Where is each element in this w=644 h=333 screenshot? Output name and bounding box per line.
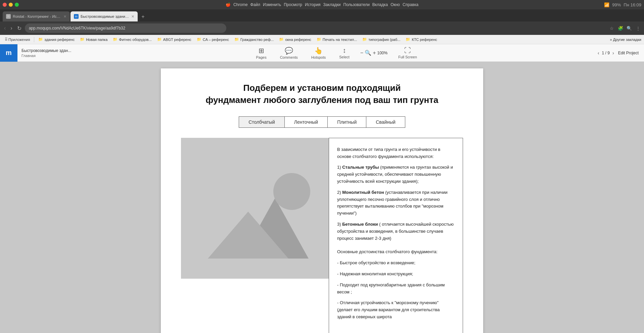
tab-plitnyi[interactable]: Плитный xyxy=(328,117,366,127)
tab-svainyi-label: Свайный xyxy=(376,119,396,125)
toolbar-comments[interactable]: 💬 Comments xyxy=(277,45,301,61)
maximize-button[interactable] xyxy=(15,3,19,7)
bm-label-10: КТС референс xyxy=(412,38,437,42)
project-name: Быстровозводимые здан... xyxy=(21,48,71,53)
zoom-in-button[interactable]: + xyxy=(373,50,376,56)
titlebar-menu: Справка xyxy=(403,2,418,7)
bm-folder-icon-1: 📁 xyxy=(38,37,43,42)
tab-stolbchatyi[interactable]: Столбчатый xyxy=(239,117,285,127)
reload-button[interactable]: ↻ xyxy=(16,24,23,33)
bm-folder-icon-6: 📁 xyxy=(234,37,239,42)
titlebar: 🍎 Chrome Файл Изменить Просмотр История … xyxy=(0,0,644,9)
time-label: Пн 16:09 xyxy=(624,2,641,7)
bm-item-9[interactable]: 📁 типография (раб... xyxy=(360,37,402,42)
bm-item-5[interactable]: 📁 CA – референс xyxy=(195,37,231,42)
toolbar-fullscreen[interactable]: ⛶ Full Screen xyxy=(396,45,420,60)
heading-line2: фундмамент любого заглубления под ваш ти… xyxy=(205,95,438,105)
edit-project-button[interactable]: Edit Project xyxy=(618,51,639,55)
bm-folder-icon-10: 📁 xyxy=(406,37,410,42)
titlebar-menu: История xyxy=(305,2,321,7)
close-button[interactable] xyxy=(3,3,7,7)
address-input[interactable] xyxy=(25,23,226,33)
comments-label: Comments xyxy=(280,55,298,59)
forward-button[interactable]: › xyxy=(9,24,13,33)
menu-icon[interactable]: ⋮ xyxy=(635,26,641,31)
text-para1: В зависимости от типа грунта и его устой… xyxy=(337,146,455,160)
hotspots-label: Hotspots xyxy=(311,55,326,59)
svg-point-2 xyxy=(273,173,310,210)
pages-icon: ⊞ xyxy=(259,47,264,55)
next-page-button[interactable]: › xyxy=(612,50,614,56)
bm-item-6[interactable]: 📁 Гражданство реф... xyxy=(232,37,276,42)
tab-1[interactable]: R Roistat - Коллтрекинг - Исто... ✕ xyxy=(3,11,70,21)
extension-icon[interactable]: 🧩 xyxy=(617,26,624,31)
project-info: Быстровозводимые здан... Главная xyxy=(17,48,75,58)
bm-item-10[interactable]: 📁 КТС референс xyxy=(404,37,439,42)
bm-folder-icon-7: 📁 xyxy=(279,37,284,42)
titlebar-app: Chrome xyxy=(233,2,248,7)
bm-label-4: ABGT референс xyxy=(163,38,191,42)
item3-bold: Бетонные блоки xyxy=(342,222,378,227)
traffic-lights[interactable] xyxy=(3,3,19,7)
bm-label-2: Новая папка xyxy=(86,38,107,42)
page-canvas: Подберем и установим подходящий фундмаме… xyxy=(161,68,483,333)
content-tabs-container: Столбчатый Ленточный Плитный Свайный xyxy=(181,116,463,128)
bm-label-6: Гражданство реф... xyxy=(240,38,274,42)
text-section-1: В зависимости от типа грунта и его устой… xyxy=(337,146,455,242)
tab-bar: R Roistat - Коллтрекинг - Исто... ✕ m Бы… xyxy=(0,9,644,21)
bm-apps[interactable]: ⠿ Приложения xyxy=(3,37,32,43)
bm-item-2[interactable]: 📁 Новая папка xyxy=(78,37,109,42)
page-current: 1 xyxy=(602,51,604,55)
toolbar-zoom: − 🔍 + 100% xyxy=(360,50,387,56)
new-tab-button[interactable]: + xyxy=(138,12,148,21)
main-content: Подберем и установим подходящий фундмаме… xyxy=(0,62,644,333)
bm-label-8: Печать на текстил... xyxy=(323,38,357,42)
bm-item-8[interactable]: 📁 Печать на текстил... xyxy=(315,37,359,42)
heading-line1: Подберем и установим подходящий xyxy=(243,83,401,93)
tab1-favicon: R xyxy=(6,14,11,19)
toolbar-select[interactable]: ↕ Select xyxy=(336,45,352,60)
two-col: В зависимости от типа грунта и его устой… xyxy=(181,138,463,333)
zoom-out-button[interactable]: − xyxy=(360,50,363,56)
toolbar-center: ⊞ Pages 💬 Comments 👆 Hotspots ↕ Select −… xyxy=(75,45,598,61)
tab1-title: Roistat - Коллтрекинг - Исто... xyxy=(13,14,61,18)
tab2-close-icon[interactable]: ✕ xyxy=(131,14,134,19)
back-button[interactable]: ‹ xyxy=(3,24,7,33)
page-nav: ‹ 1 / 9 › xyxy=(598,50,614,56)
titlebar-right: 📶 99% Пн 16:09 xyxy=(604,2,641,7)
bm-item-3[interactable]: 📁 Фитнес оборудов... xyxy=(111,37,154,42)
tab-2[interactable]: m Быстровозводимые здания (... ✕ xyxy=(71,11,138,21)
text-para2: Основные достоинства столбчатого фундаме… xyxy=(337,248,455,256)
bm-item-1[interactable]: 📁 здания референс xyxy=(36,37,77,42)
bm-folder-icon-3: 📁 xyxy=(113,37,118,42)
titlebar-menu: Окно xyxy=(390,2,400,7)
bm-item-7[interactable]: 📁 окна референс xyxy=(277,37,313,42)
prev-page-button[interactable]: ‹ xyxy=(598,50,599,56)
tab1-close-icon[interactable]: ✕ xyxy=(63,14,66,19)
titlebar-menu: Файл xyxy=(250,2,261,7)
titlebar-center: 🍎 Chrome Файл Изменить Просмотр История … xyxy=(226,2,418,7)
bm-label-3: Фитнес оборудов... xyxy=(119,38,152,42)
bm-label-5: CA – референс xyxy=(203,38,229,42)
toolbar-right: ‹ 1 / 9 › Edit Project xyxy=(598,50,644,56)
tab-stolbchatyi-label: Столбчатый xyxy=(248,119,275,125)
tab-lentochnyi[interactable]: Ленточный xyxy=(285,117,328,127)
bm-item-4[interactable]: 📁 ABGT референс xyxy=(155,37,193,42)
wifi-icon: 📶 xyxy=(604,2,609,7)
bm-folder-icon-9: 📁 xyxy=(362,37,367,42)
apple-icon: 🍎 xyxy=(226,2,231,7)
titlebar-menu: Просмотр xyxy=(284,2,302,7)
page-indicator: 1 / 9 xyxy=(602,51,610,55)
toolbar-pages[interactable]: ⊞ Pages xyxy=(253,45,269,61)
item2-bold: Монолитный бетон xyxy=(342,190,384,195)
bm-more[interactable]: » Другие закладки xyxy=(610,38,641,42)
minimize-button[interactable] xyxy=(9,3,13,7)
bm-apps-label: Приложения xyxy=(8,38,30,42)
search-icon[interactable]: 🔍 xyxy=(626,26,633,31)
fullscreen-icon: ⛶ xyxy=(404,47,411,54)
bm-separator-1 xyxy=(34,37,34,42)
bookmark-icon[interactable]: ☆ xyxy=(608,26,615,31)
toolbar-hotspots[interactable]: 👆 Hotspots xyxy=(309,45,328,61)
fullscreen-label: Full Screen xyxy=(398,55,417,59)
tab-svainyi[interactable]: Свайный xyxy=(366,117,405,127)
